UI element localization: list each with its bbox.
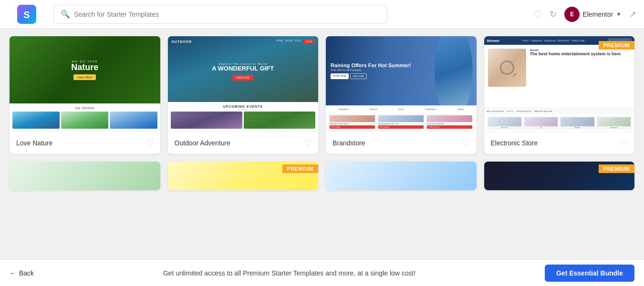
- svg-text:S: S: [23, 9, 30, 20]
- es-nav-home: Home: [522, 39, 529, 42]
- electronic-store-preview: PREMIUM iHsmart Home Categories Applianc…: [484, 36, 635, 132]
- love-nature-services: Our Services: [10, 103, 160, 132]
- brandstore-preview: Raining Offers For Hot Summer! 25% Off O…: [326, 36, 477, 132]
- bs-product-img-3: [427, 115, 472, 122]
- electronic-hero-text: iHsmart The best home entertainment syst…: [530, 49, 631, 104]
- brandstore-favorite-icon[interactable]: ♡: [462, 138, 470, 148]
- favorites-button[interactable]: ♡: [533, 9, 542, 20]
- outdoor-event-img-1: [171, 112, 242, 129]
- es-product-label-4: Speaker: [610, 126, 617, 129]
- outdoor-events-divider: [238, 109, 248, 110]
- external-link-button[interactable]: ↗: [629, 9, 636, 20]
- bs-product-btn-3: CHECK OUT: [427, 125, 472, 129]
- promo-text: Get unlimited access to all Premium Star…: [34, 269, 545, 277]
- es-nav-appliances: Appliances: [544, 39, 555, 42]
- template-card-electronic-store[interactable]: PREMIUM iHsmart Home Categories Applianc…: [484, 36, 635, 154]
- outdoor-events-title: UPCOMING EVENTS: [171, 105, 316, 108]
- love-nature-hero-text: we all love Nature Learn More: [71, 60, 98, 80]
- love-nature-favorite-icon[interactable]: ♡: [146, 138, 154, 148]
- service-img-3: [110, 112, 157, 129]
- brandstore-hero-title: Raining Offers For Hot Summer!: [331, 62, 411, 69]
- brandstore-brands-bar: snapdeal flipkart booo healthkart nykaa: [326, 105, 477, 112]
- brandstore-hero-image: [435, 36, 473, 105]
- love-nature-service-images: [12, 112, 157, 129]
- electronic-store-favorite-icon[interactable]: ♡: [620, 138, 628, 148]
- premium-badge-electronic: PREMIUM: [599, 41, 634, 50]
- outdoor-adventure-favorite-icon[interactable]: ♡: [304, 138, 312, 148]
- bs-product-label-2: Latest Eyewear For You: [378, 123, 424, 125]
- bs-product-btn-2: BUY NOW: [378, 125, 424, 129]
- template-card-brandstore[interactable]: Raining Offers For Hot Summer! 25% Off O…: [326, 36, 477, 154]
- template-card-outdoor-adventure[interactable]: OUTDOOR HOME PAGES BLOG SALE Explore The…: [168, 36, 319, 154]
- brandstore-cta-buttons: SHOP NOW EXPLORE: [331, 73, 411, 79]
- get-essential-bundle-button[interactable]: Get Essential Bundle: [545, 265, 634, 282]
- electronic-hero-desc: The best home entertainment system is he…: [530, 51, 631, 57]
- search-icon: 🔍: [61, 10, 70, 19]
- brand-logo-2: flipkart: [369, 108, 377, 111]
- chevron-down-icon: ▼: [616, 11, 622, 18]
- love-nature-hero: we all love Nature Learn More: [10, 36, 160, 103]
- bottom-card-4[interactable]: PREMIUM: [484, 162, 635, 190]
- bottom-card-2[interactable]: PREMIUM: [168, 162, 319, 190]
- bs-product-3: Let's Lorem Sol this! CHECK OUT: [426, 114, 473, 130]
- outdoor-promo-btn: SALE: [303, 39, 314, 44]
- love-nature-name: Love Nature: [16, 139, 52, 147]
- outdoor-event-images: [171, 112, 316, 129]
- bs-product-label-3: Let's Lorem Sol this!: [427, 123, 472, 125]
- love-nature-services-title: Our Services: [12, 106, 157, 110]
- search-input[interactable]: [74, 10, 380, 18]
- es-product-img-2: [524, 117, 558, 126]
- service-img-1: [12, 112, 60, 129]
- es-product-label-1: AC Unit: [501, 126, 508, 129]
- electronic-categories: AIR CONDITIONER LED TV REFRIGERATOR WASH…: [484, 108, 635, 114]
- electronic-store-footer: Electronic Store ♡: [484, 132, 635, 154]
- bs-product-img-2: [378, 115, 424, 122]
- es-product-img-3: [561, 117, 594, 126]
- brandstore-name: Brandstore: [332, 139, 365, 147]
- service-img-2: [61, 112, 108, 129]
- love-nature-footer: Love Nature ♡: [10, 132, 160, 154]
- brandstore-hero-subtitle: 25% Off On All Products: [331, 69, 411, 72]
- elementor-label: Elementor: [582, 10, 613, 18]
- brand-logo-1: snapdeal: [338, 108, 349, 111]
- bs-product-img-1: [330, 115, 375, 122]
- search-bar[interactable]: 🔍: [53, 5, 387, 24]
- main-content: we all love Nature Learn More Our Servic…: [0, 29, 644, 259]
- outdoor-event-img-2: [244, 112, 315, 129]
- es-cat-ac: AIR CONDITIONER: [487, 110, 504, 112]
- app-logo: S: [8, 5, 46, 24]
- electronic-store-name: Electronic Store: [491, 139, 538, 147]
- premium-badge-bottom-2: PREMIUM: [282, 164, 318, 173]
- brandstore-footer: Brandstore ♡: [326, 132, 477, 154]
- template-card-love-nature[interactable]: we all love Nature Learn More Our Servic…: [10, 36, 160, 154]
- bottom-card-3[interactable]: [326, 162, 477, 190]
- brand-logo-4: healthkart: [425, 108, 436, 111]
- elementor-logo-letter: E: [570, 11, 574, 18]
- outdoor-title: A WONDERFUL GIFT: [212, 65, 274, 72]
- es-cat-tv: LED TV: [507, 110, 513, 112]
- back-button[interactable]: ← Back: [10, 269, 34, 277]
- love-nature-title: Nature: [71, 63, 98, 72]
- es-product-1: AC Unit: [487, 116, 522, 130]
- brandstore-hero: Raining Offers For Hot Summer! 25% Off O…: [326, 36, 477, 105]
- bottom-preview-1: [10, 162, 160, 190]
- outdoor-nav-home: HOME: [276, 39, 283, 44]
- electronic-nav: Home Categories Appliances Electronics T…: [522, 39, 585, 42]
- elementor-logo: E: [564, 7, 580, 22]
- outdoor-events: UPCOMING EVENTS: [168, 102, 319, 132]
- electronic-brand: iHsmart: [487, 39, 499, 42]
- outdoor-logo-bar: OUTDOOR HOME PAGES BLOG SALE: [168, 39, 319, 44]
- outdoor-cta: SHOP NOW: [232, 75, 253, 81]
- es-product-4: Speaker: [596, 116, 632, 130]
- bottom-card-1[interactable]: [10, 162, 160, 190]
- love-nature-tagline: we all love: [71, 60, 98, 63]
- outdoor-tagline: Explore The Colourful World: [212, 62, 274, 65]
- elementor-badge[interactable]: E Elementor ▼: [564, 7, 622, 22]
- refresh-button[interactable]: ↻: [550, 9, 557, 20]
- outdoor-hero: OUTDOOR HOME PAGES BLOG SALE Explore The…: [168, 36, 319, 102]
- love-nature-preview: we all love Nature Learn More Our Servic…: [10, 36, 160, 132]
- es-cat-washer: WASHING MACHINE: [534, 110, 553, 112]
- app-logo-icon: S: [17, 5, 36, 24]
- outdoor-adventure-name: Outdoor Adventure: [175, 139, 231, 147]
- brandstore-hero-text: Raining Offers For Hot Summer! 25% Off O…: [331, 62, 411, 79]
